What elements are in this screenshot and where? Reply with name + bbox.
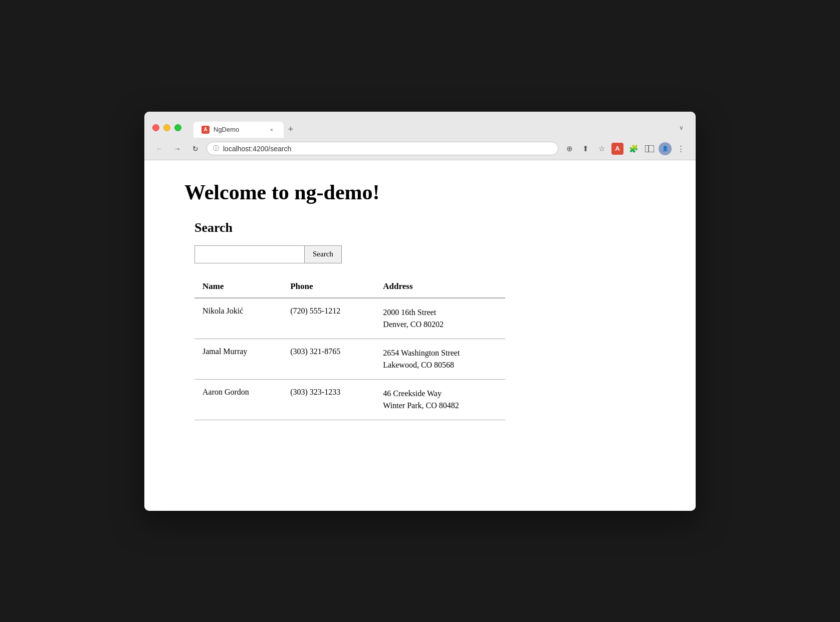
cell-address: 2654 Washington StreetLakewood, CO 80568 bbox=[375, 339, 505, 379]
svg-rect-0 bbox=[645, 145, 654, 152]
zoom-button[interactable]: ⊕ bbox=[562, 142, 576, 156]
tab-bar: A NgDemo × + bbox=[193, 122, 298, 138]
tab-close-icon[interactable]: × bbox=[268, 126, 276, 134]
traffic-lights bbox=[152, 124, 181, 131]
search-section: Search Search Name Phone Address Nikola … bbox=[194, 220, 656, 420]
search-form: Search bbox=[194, 245, 656, 263]
cell-address: 2000 16th StreetDenver, CO 80202 bbox=[375, 298, 505, 339]
results-table: Name Phone Address Nikola Jokić(720) 555… bbox=[194, 277, 505, 420]
browser-chrome: A NgDemo × + ∨ ← → ↻ ⓘ localhost:4200/se… bbox=[144, 112, 696, 160]
maximize-button[interactable] bbox=[174, 124, 181, 131]
puzzle-icon[interactable]: 🧩 bbox=[626, 142, 641, 156]
secure-icon: ⓘ bbox=[213, 144, 219, 153]
cell-name: Jamal Murray bbox=[194, 339, 282, 379]
cell-phone: (303) 321-8765 bbox=[282, 339, 375, 379]
cell-name: Nikola Jokić bbox=[194, 298, 282, 339]
cell-name: Aaron Gordon bbox=[194, 379, 282, 420]
more-button[interactable]: ⋮ bbox=[674, 142, 688, 156]
forward-button[interactable]: → bbox=[170, 142, 184, 156]
search-input[interactable] bbox=[194, 245, 305, 263]
cell-phone: (303) 323-1233 bbox=[282, 379, 375, 420]
back-button[interactable]: ← bbox=[152, 142, 166, 156]
minimize-button[interactable] bbox=[163, 124, 170, 131]
sidebar-icon[interactable] bbox=[643, 142, 657, 156]
nav-actions: ⊕ ⬆ ☆ A 🧩 👤 ⋮ bbox=[562, 142, 688, 156]
address-bar[interactable]: ⓘ localhost:4200/search bbox=[206, 142, 558, 155]
col-address: Address bbox=[375, 277, 505, 298]
share-button[interactable]: ⬆ bbox=[578, 142, 592, 156]
angular-icon: A bbox=[201, 126, 209, 134]
active-tab[interactable]: A NgDemo × bbox=[193, 122, 284, 138]
page-title: Welcome to ng-demo! bbox=[184, 180, 656, 204]
bookmark-button[interactable]: ☆ bbox=[594, 142, 608, 156]
user-avatar[interactable]: 👤 bbox=[659, 142, 672, 155]
title-bar: A NgDemo × + ∨ bbox=[144, 112, 696, 138]
close-button[interactable] bbox=[152, 124, 159, 131]
table-row: Jamal Murray(303) 321-87652654 Washingto… bbox=[194, 339, 505, 379]
tab-expand-icon[interactable]: ∨ bbox=[679, 124, 684, 131]
table-row: Aaron Gordon(303) 323-123346 Creekside W… bbox=[194, 379, 505, 420]
page-content: Welcome to ng-demo! Search Search Name P… bbox=[144, 160, 696, 511]
table-row: Nikola Jokić(720) 555-12122000 16th Stre… bbox=[194, 298, 505, 339]
cell-phone: (720) 555-1212 bbox=[282, 298, 375, 339]
browser-window: A NgDemo × + ∨ ← → ↻ ⓘ localhost:4200/se… bbox=[144, 112, 696, 511]
nav-bar: ← → ↻ ⓘ localhost:4200/search ⊕ ⬆ ☆ A 🧩 bbox=[144, 138, 696, 160]
extensions-a-icon[interactable]: A bbox=[610, 142, 624, 156]
new-tab-button[interactable]: + bbox=[284, 123, 298, 137]
table-header-row: Name Phone Address bbox=[194, 277, 505, 298]
cell-address: 46 Creekside WayWinter Park, CO 80482 bbox=[375, 379, 505, 420]
url-text: localhost:4200/search bbox=[223, 145, 552, 153]
refresh-button[interactable]: ↻ bbox=[188, 142, 202, 156]
search-button[interactable]: Search bbox=[305, 245, 342, 263]
col-name: Name bbox=[194, 277, 282, 298]
angular-ext-icon: A bbox=[611, 143, 623, 155]
tab-title: NgDemo bbox=[214, 126, 264, 133]
search-heading: Search bbox=[194, 220, 656, 235]
col-phone: Phone bbox=[282, 277, 375, 298]
